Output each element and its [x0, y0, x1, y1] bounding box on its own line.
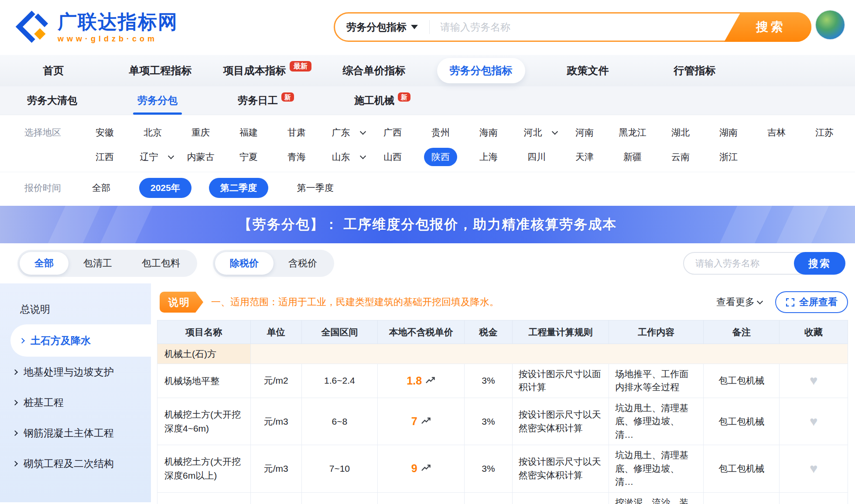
nav-item[interactable]: 项目成本指标最新: [214, 55, 321, 86]
cell-national-range: 14~19: [301, 492, 377, 504]
region-item[interactable]: 山东: [321, 147, 369, 167]
region-item[interactable]: 河南: [561, 123, 609, 143]
region-item[interactable]: 海南: [465, 123, 513, 143]
nav-item[interactable]: 劳务分包指标: [428, 55, 534, 86]
region-item[interactable]: 云南: [657, 147, 705, 167]
filter-tab[interactable]: 含税价: [274, 252, 332, 275]
new-badge: 新: [281, 92, 294, 102]
cell-unit: 元/m2: [250, 364, 301, 398]
region-item[interactable]: 江西: [81, 147, 129, 167]
region-item-label: 北京: [136, 123, 169, 142]
region-item[interactable]: 北京: [129, 123, 177, 143]
region-item[interactable]: 广西: [369, 123, 417, 143]
region-item[interactable]: 湖南: [705, 123, 752, 143]
subnav-item[interactable]: 施工机械新: [354, 86, 410, 115]
region-item[interactable]: 黑龙江: [609, 123, 657, 143]
table-body: 机械土(石)方机械场地平整元/m21.6~2.41.83%按设计图示尺寸以面积计…: [157, 344, 848, 504]
cell-tax: 3%: [465, 364, 512, 398]
heart-icon[interactable]: ♥: [810, 461, 817, 476]
region-item[interactable]: 福建: [225, 123, 273, 143]
cell-work-content: 坑边甩土、清理基底、修理边坡、清…: [609, 445, 704, 492]
sidebar-item[interactable]: 地基处理与边坡支护: [0, 357, 151, 387]
region-item[interactable]: 浙江: [705, 147, 752, 167]
heart-icon[interactable]: ♥: [810, 414, 817, 429]
header-search-input[interactable]: [430, 21, 721, 33]
fullscreen-button[interactable]: 全屏查看: [775, 291, 848, 313]
sidebar-item[interactable]: 钢筋混凝土主体工程: [0, 418, 151, 448]
sidebar-item[interactable]: 桩基工程: [0, 387, 151, 418]
user-avatar[interactable]: [816, 10, 845, 39]
region-item[interactable]: 贵州: [417, 123, 465, 143]
sidebar-item[interactable]: 砌筑工程及二次结构: [0, 448, 151, 479]
nav-item-label: 综合单价指标: [343, 64, 406, 78]
sidebar-item[interactable]: 土石方及降水: [10, 324, 151, 357]
table-row: 机械挖淤泥流沙(深度6m以内)元/m314~19153%按设计图示尺寸以天然密实…: [157, 492, 848, 504]
region-item[interactable]: 上海: [465, 147, 513, 167]
region-item[interactable]: 河北: [513, 123, 561, 143]
nav-item[interactable]: 首页: [0, 55, 107, 86]
banner-stripe: [96, 206, 157, 243]
subnav-item[interactable]: 劳务大清包: [27, 86, 77, 115]
sidebar-item[interactable]: 总说明: [0, 294, 151, 324]
region-item[interactable]: 宁夏: [225, 147, 273, 167]
sidebar-item-label: 土石方及降水: [31, 334, 91, 347]
banner-stripe: [773, 206, 833, 243]
cell-tax: 3%: [465, 445, 512, 492]
region-item[interactable]: 江苏: [800, 123, 848, 143]
header: 广联达指标网 www·gldzb·com 劳务分包指标 搜索: [0, 0, 855, 55]
region-item[interactable]: 吉林: [752, 123, 800, 143]
sidebar: 总说明土石方及降水地基处理与边坡支护桩基工程钢筋混凝土主体工程砌筑工程及二次结构: [0, 283, 151, 502]
time-filter-item[interactable]: 全部: [81, 178, 122, 198]
cell-tax: 3%: [465, 492, 512, 504]
filter-tab[interactable]: 包清工: [68, 252, 127, 275]
subnav-item-label: 施工机械: [354, 94, 394, 107]
subnav-item[interactable]: 劳务分包: [137, 86, 178, 115]
region-item[interactable]: 安徽: [81, 123, 129, 143]
region-item[interactable]: 山西: [369, 147, 417, 167]
region-item[interactable]: 四川: [513, 147, 561, 167]
subnav-item-label: 劳务大清包: [27, 94, 77, 107]
region-item-label: 安徽: [88, 123, 121, 142]
region-item-label: 海南: [472, 123, 505, 142]
region-item[interactable]: 内蒙古: [177, 147, 225, 167]
search-category-dropdown[interactable]: 劳务分包指标: [335, 20, 429, 34]
nav-item[interactable]: 单项工程指标: [107, 55, 214, 86]
region-item[interactable]: 新疆: [609, 147, 657, 167]
new-badge: 最新: [290, 61, 311, 72]
region-item[interactable]: 甘肃: [273, 123, 321, 143]
main-area: 总说明土石方及降水地基处理与边坡支护桩基工程钢筋混凝土主体工程砌筑工程及二次结构…: [0, 283, 855, 502]
region-item[interactable]: 天津: [561, 147, 609, 167]
region-item[interactable]: 辽宁: [129, 147, 177, 167]
filter-tab[interactable]: 除税价: [215, 252, 274, 275]
nav-item-label: 政策文件: [567, 64, 609, 78]
time-filter-item[interactable]: 2025年: [139, 178, 192, 198]
cell-project-name: 机械挖淤泥流沙(深度6m以内): [157, 492, 251, 504]
logo[interactable]: 广联达指标网 www·gldzb·com: [15, 10, 178, 45]
region-item-label: 辽宁: [133, 148, 166, 166]
table-head: 项目名称单位全国区间本地不含税单价税金工程量计算规则工作内容备注收藏: [157, 320, 848, 344]
heart-icon[interactable]: ♥: [810, 373, 817, 388]
cell-favorite: ♥: [780, 492, 848, 504]
list-search-button[interactable]: 搜索: [794, 252, 845, 275]
nav-item[interactable]: 政策文件: [534, 55, 641, 86]
header-search-button[interactable]: 搜索: [724, 12, 811, 42]
filter-tab[interactable]: 全部: [20, 252, 68, 275]
time-filter-item[interactable]: 第一季度: [286, 178, 345, 198]
nav-item[interactable]: 行管指标: [641, 55, 748, 86]
cell-calc-rule: 按设计图示尺寸以天然密实体积计算: [512, 398, 609, 445]
region-item-label: 陕西: [424, 148, 457, 166]
column-header: 单位: [250, 320, 301, 344]
region-item[interactable]: 广东: [321, 123, 369, 143]
region-item[interactable]: 陕西: [417, 147, 465, 167]
time-filter-item[interactable]: 第二季度: [209, 178, 268, 198]
region-item[interactable]: 湖北: [657, 123, 705, 143]
subnav-item[interactable]: 劳务日工新: [238, 86, 294, 115]
subnav-item-label: 劳务分包: [137, 94, 178, 107]
cell-unit: 元/m3: [250, 492, 301, 504]
region-item[interactable]: 重庆: [177, 123, 225, 143]
filter-tab[interactable]: 包工包料: [127, 252, 195, 275]
view-more[interactable]: 查看更多: [716, 296, 762, 309]
nav-item[interactable]: 综合单价指标: [321, 55, 428, 86]
region-item-label: 黑龙江: [612, 123, 654, 142]
region-item[interactable]: 青海: [273, 147, 321, 167]
